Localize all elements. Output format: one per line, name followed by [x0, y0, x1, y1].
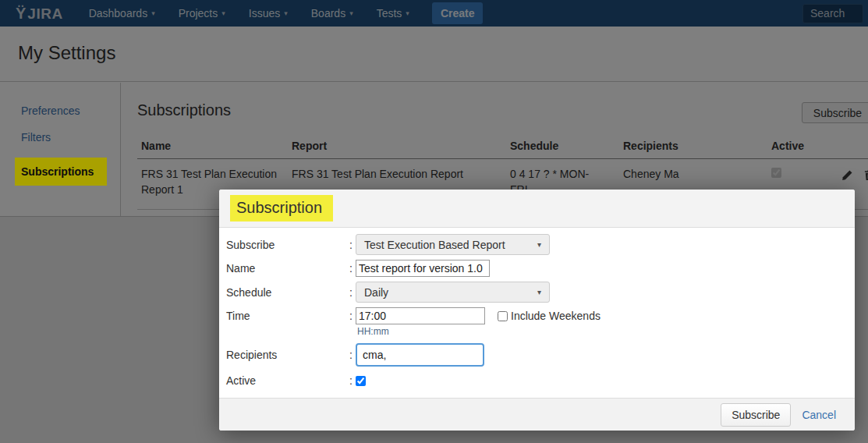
chevron-down-icon: ▾ — [537, 288, 541, 296]
schedule-selected-value: Daily — [364, 286, 388, 299]
report-type-selected-value: Test Execution Based Report — [364, 239, 505, 251]
label-colon: : — [349, 239, 356, 251]
label-colon: : — [349, 262, 356, 275]
subscribe-field-label: Subscribe — [226, 239, 349, 251]
dialog-footer: Subscribe Cancel — [219, 398, 855, 431]
subscription-dialog: Subscription Subscribe : Test Execution … — [219, 190, 855, 431]
label-colon: : — [349, 286, 356, 299]
schedule-select[interactable]: Daily ▾ — [356, 282, 550, 303]
active-field-label: Active — [226, 374, 349, 387]
field-row-time: Time : Include Weekends — [226, 307, 855, 324]
time-field-label: Time — [226, 310, 349, 322]
name-field[interactable] — [356, 260, 490, 277]
recipients-field[interactable] — [356, 343, 484, 367]
time-format-hint: HH:mm — [357, 326, 855, 337]
dialog-header: Subscription — [219, 190, 855, 228]
time-field[interactable] — [356, 307, 485, 324]
field-row-subscribe: Subscribe : Test Execution Based Report … — [226, 234, 855, 255]
field-row-name: Name : — [226, 260, 855, 277]
sidebar-item-subscriptions[interactable]: Subscriptions — [15, 158, 107, 186]
label-colon: : — [349, 349, 356, 361]
include-weekends-label: Include Weekends — [511, 310, 601, 322]
active-checkbox[interactable] — [356, 376, 366, 386]
report-type-select[interactable]: Test Execution Based Report ▾ — [356, 234, 550, 255]
dialog-cancel-link[interactable]: Cancel — [802, 409, 836, 421]
dialog-body: Subscribe : Test Execution Based Report … — [219, 228, 855, 387]
field-row-active: Active : — [226, 374, 855, 387]
name-field-label: Name — [226, 262, 349, 275]
recipients-field-label: Recipients — [226, 349, 349, 361]
chevron-down-icon: ▾ — [537, 240, 541, 249]
field-row-recipients: Recipients : — [226, 343, 855, 367]
dialog-title: Subscription — [230, 195, 333, 222]
schedule-field-label: Schedule — [226, 286, 349, 299]
include-weekends-checkbox[interactable] — [498, 311, 508, 321]
dialog-subscribe-button[interactable]: Subscribe — [721, 403, 791, 427]
label-colon: : — [349, 310, 356, 322]
label-colon: : — [349, 374, 356, 387]
field-row-schedule: Schedule : Daily ▾ — [226, 282, 855, 303]
